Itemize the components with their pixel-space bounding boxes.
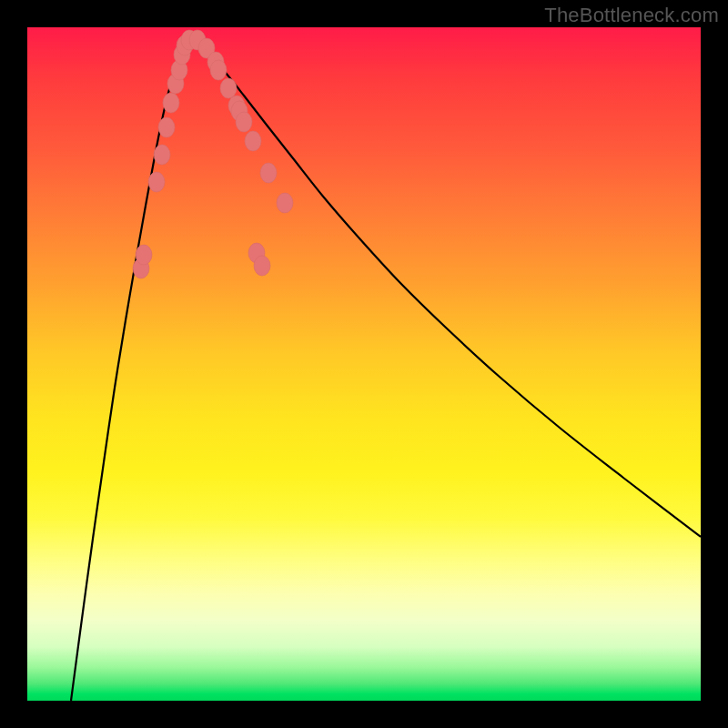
data-marker: [254, 256, 270, 276]
data-markers-group: [133, 30, 293, 278]
data-marker: [260, 163, 277, 183]
data-marker: [236, 112, 252, 132]
data-marker: [154, 145, 170, 165]
data-marker: [136, 245, 152, 265]
data-marker: [148, 172, 165, 192]
watermark-text: TheBottleneck.com: [544, 4, 719, 27]
curve-right-branch: [187, 38, 701, 537]
plot-area: [27, 27, 701, 701]
data-marker: [245, 131, 261, 151]
data-marker: [163, 93, 179, 113]
data-marker: [277, 193, 293, 213]
data-marker: [220, 78, 237, 98]
chart-frame: TheBottleneck.com: [0, 0, 728, 728]
data-marker: [158, 117, 175, 137]
curve-layer: [27, 27, 701, 701]
curve-left-branch: [71, 38, 187, 701]
data-marker: [210, 60, 227, 80]
